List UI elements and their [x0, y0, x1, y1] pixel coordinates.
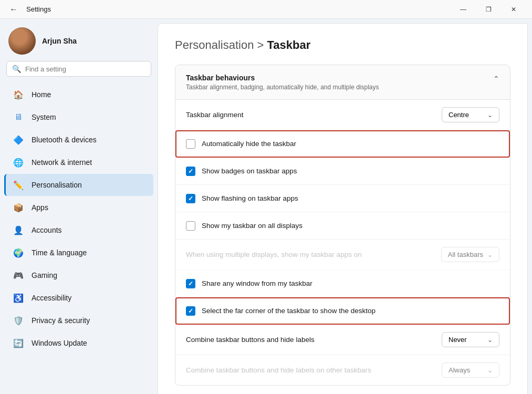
setting-control-multiple-displays: All taskbars ⌄ [441, 247, 499, 262]
section-subtitle: Taskbar alignment, badging, automaticall… [186, 84, 379, 91]
sidebar-item-home-label: Home [32, 90, 51, 99]
setting-control-taskbar-alignment: Centre ⌄ [442, 107, 499, 122]
sidebar: Arjun Sha 🔍 🏠 Home 🖥 System 🔷 Bluetooth … [0, 19, 158, 394]
setting-far-corner: Select the far corner of the taskbar to … [175, 297, 510, 325]
network-icon: 🌐 [13, 157, 24, 168]
share-window-checkbox[interactable] [186, 279, 195, 288]
sidebar-item-gaming-label: Gaming [32, 271, 57, 279]
breadcrumb-current: Taskbar [267, 38, 311, 51]
maximize-button[interactable]: ❐ [476, 2, 500, 17]
breadcrumb-parent: Personalisation [175, 38, 254, 51]
sidebar-item-home[interactable]: 🏠 Home [4, 84, 153, 106]
search-input[interactable] [25, 65, 145, 73]
setting-label-far-corner: Select the far corner of the taskbar to … [202, 307, 499, 315]
sidebar-item-accounts-label: Accounts [32, 226, 62, 234]
personalisation-icon: ✏️ [13, 179, 24, 191]
setting-combine-buttons: Combine taskbar buttons and hide labels … [175, 325, 510, 355]
setting-all-displays: Show my taskbar on all displays [175, 212, 510, 240]
setting-label-combine-buttons: Combine taskbar buttons and hide labels [186, 336, 442, 344]
combine-buttons-dropdown[interactable]: Never ⌄ [442, 332, 499, 347]
setting-show-badges: Show badges on taskbar apps [175, 158, 510, 185]
section-title: Taskbar behaviours [186, 74, 379, 82]
combine-buttons-value: Never [448, 336, 467, 344]
section-header[interactable]: Taskbar behaviours Taskbar alignment, ba… [175, 65, 510, 100]
privacy-icon: 🛡️ [13, 315, 24, 326]
gaming-icon: 🎮 [13, 269, 24, 281]
sidebar-item-system-label: System [32, 113, 56, 121]
setting-label-show-badges: Show badges on taskbar apps [202, 167, 499, 175]
section-chevron-icon: ⌃ [493, 75, 499, 83]
sidebar-item-privacy-label: Privacy & security [32, 316, 90, 325]
user-name: Arjun Sha [42, 37, 77, 45]
sidebar-item-update[interactable]: 🔄 Windows Update [4, 332, 153, 354]
update-icon: 🔄 [13, 337, 24, 349]
dropdown-arrow-icon-4: ⌄ [487, 367, 493, 374]
setting-taskbar-alignment: Taskbar alignment Centre ⌄ [175, 100, 510, 130]
auto-hide-checkbox[interactable] [186, 139, 195, 149]
far-corner-checkbox[interactable] [186, 306, 195, 316]
apps-icon: 📦 [13, 202, 24, 213]
combine-other-value: Always [448, 366, 470, 374]
minimize-button[interactable]: — [451, 2, 475, 17]
page-header: Personalisation > Taskbar [175, 38, 510, 52]
dropdown-arrow-icon: ⌄ [487, 111, 493, 119]
sidebar-item-privacy[interactable]: 🛡️ Privacy & security [4, 309, 153, 331]
breadcrumb: Personalisation > Taskbar [175, 38, 510, 52]
sidebar-item-apps-label: Apps [32, 203, 48, 212]
sidebar-item-bluetooth-label: Bluetooth & devices [32, 136, 97, 144]
show-flashing-checkbox[interactable] [186, 194, 195, 203]
setting-label-taskbar-alignment: Taskbar alignment [186, 111, 442, 119]
sidebar-item-personalisation[interactable]: ✏️ Personalisation [4, 174, 153, 196]
sidebar-item-gaming[interactable]: 🎮 Gaming [4, 264, 153, 286]
setting-label-show-flashing: Show flashing on taskbar apps [202, 194, 499, 202]
sidebar-item-personalisation-label: Personalisation [32, 181, 82, 189]
sidebar-item-system[interactable]: 🖥 System [4, 106, 153, 128]
search-box[interactable]: 🔍 [6, 61, 151, 77]
title-bar: ← Settings — ❐ ✕ [0, 0, 532, 19]
all-displays-checkbox[interactable] [186, 221, 195, 231]
user-profile: Arjun Sha [0, 19, 158, 61]
main-content: Personalisation > Taskbar Taskbar behavi… [158, 23, 528, 394]
back-button[interactable]: ← [6, 4, 21, 15]
setting-control-combine-buttons: Never ⌄ [442, 332, 499, 347]
window-title: Settings [26, 5, 51, 13]
setting-combine-other: Combine taskbar buttons and hide labels … [175, 355, 510, 385]
sidebar-item-time[interactable]: 🌍 Time & language [4, 242, 153, 264]
setting-multiple-displays: When using multiple displays, show my ta… [175, 240, 510, 270]
bluetooth-icon: 🔷 [13, 134, 24, 146]
taskbar-behaviours-section: Taskbar behaviours Taskbar alignment, ba… [175, 65, 510, 386]
sidebar-item-apps[interactable]: 📦 Apps [4, 196, 153, 219]
sidebar-item-time-label: Time & language [32, 248, 87, 257]
setting-auto-hide: Automatically hide the taskbar [175, 130, 510, 158]
home-icon: 🏠 [13, 89, 24, 100]
setting-label-auto-hide: Automatically hide the taskbar [202, 140, 499, 148]
section-header-text: Taskbar behaviours Taskbar alignment, ba… [186, 74, 379, 91]
sidebar-item-bluetooth[interactable]: 🔷 Bluetooth & devices [4, 129, 153, 151]
avatar [8, 27, 36, 55]
search-icon: 🔍 [12, 65, 21, 73]
setting-label-multiple-displays: When using multiple displays, show my ta… [186, 251, 441, 258]
dropdown-arrow-icon-2: ⌄ [487, 251, 493, 258]
accounts-icon: 👤 [13, 224, 24, 236]
time-icon: 🌍 [13, 247, 24, 258]
sidebar-item-accessibility[interactable]: ♿ Accessibility [4, 287, 153, 309]
sidebar-item-accounts[interactable]: 👤 Accounts [4, 219, 153, 241]
close-button[interactable]: ✕ [502, 2, 526, 17]
multiple-displays-dropdown[interactable]: All taskbars ⌄ [441, 247, 499, 262]
accessibility-icon: ♿ [13, 292, 24, 304]
dropdown-arrow-icon-3: ⌄ [487, 336, 493, 344]
sidebar-nav: 🏠 Home 🖥 System 🔷 Bluetooth & devices 🌐 … [0, 83, 158, 355]
setting-label-combine-other: Combine taskbar buttons and hide labels … [186, 366, 442, 374]
sidebar-item-network-label: Network & internet [32, 158, 92, 167]
sidebar-item-accessibility-label: Accessibility [32, 294, 71, 302]
setting-control-combine-other: Always ⌄ [442, 362, 499, 378]
taskbar-alignment-dropdown[interactable]: Centre ⌄ [442, 107, 499, 122]
window-controls: — ❐ ✕ [451, 2, 526, 17]
combine-other-dropdown[interactable]: Always ⌄ [442, 362, 499, 378]
sidebar-item-network[interactable]: 🌐 Network & internet [4, 151, 153, 173]
sidebar-item-update-label: Windows Update [32, 339, 87, 347]
taskbar-alignment-value: Centre [448, 111, 469, 119]
setting-share-window: Share any window from my taskbar [175, 270, 510, 297]
setting-show-flashing: Show flashing on taskbar apps [175, 185, 510, 212]
show-badges-checkbox[interactable] [186, 167, 195, 176]
